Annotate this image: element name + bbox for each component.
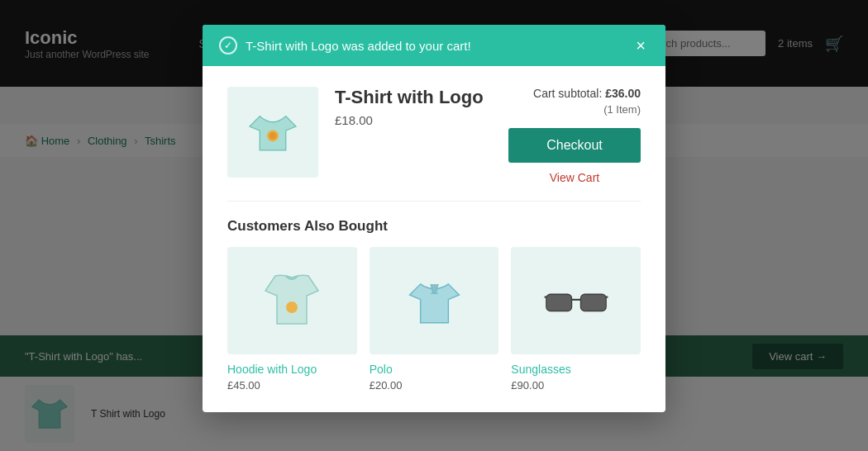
- svg-point-1: [269, 132, 277, 140]
- also-bought-img-1: [370, 247, 499, 354]
- cart-summary: Cart subtotal: £36.00 (1 Item) Checkout …: [508, 87, 641, 184]
- modal-notification-header: ✓ T-Shirt with Logo was added to your ca…: [203, 25, 665, 66]
- also-bought-name-2[interactable]: Sunglasses: [511, 363, 641, 376]
- modal-dialog: ✓ T-Shirt with Logo was added to your ca…: [203, 25, 665, 412]
- subtotal-label: Cart subtotal: £36.00: [508, 87, 641, 100]
- checkout-button[interactable]: Checkout: [508, 128, 641, 163]
- also-bought-item-0: Hoodie with Logo £45.00: [227, 247, 357, 392]
- also-bought-section: Customers Also Bought Hoodie with Logo £…: [227, 201, 641, 392]
- also-bought-item-2: Sunglasses £90.00: [511, 247, 641, 392]
- product-info: T-Shirt with Logo £18.00: [335, 87, 492, 127]
- also-bought-item-1: Polo £20.00: [370, 247, 499, 392]
- svg-rect-9: [580, 294, 605, 311]
- also-bought-img-0: [227, 247, 357, 354]
- modal-close-button[interactable]: ×: [632, 37, 649, 54]
- also-bought-price-0: £45.00: [227, 379, 357, 392]
- also-bought-name-0[interactable]: Hoodie with Logo: [227, 363, 357, 376]
- product-summary: T-Shirt with Logo £18.00 Cart subtotal: …: [227, 87, 641, 184]
- subtotal-amount: £36.00: [605, 87, 641, 100]
- modal-body: T-Shirt with Logo £18.00 Cart subtotal: …: [203, 66, 665, 412]
- also-bought-img-2: [511, 247, 641, 354]
- check-circle-icon: ✓: [219, 36, 237, 55]
- also-bought-name-1[interactable]: Polo: [370, 363, 499, 376]
- product-price-modal: £18.00: [335, 113, 492, 127]
- product-image: [227, 87, 318, 178]
- view-cart-link[interactable]: View Cart: [508, 171, 641, 184]
- product-name-modal: T-Shirt with Logo: [335, 87, 492, 108]
- also-bought-price-1: £20.00: [370, 379, 499, 392]
- item-count: (1 Item): [508, 103, 641, 116]
- svg-rect-8: [546, 294, 571, 311]
- also-bought-title: Customers Also Bought: [227, 218, 641, 235]
- modal-notification-text: T-Shirt with Logo was added to your cart…: [246, 39, 471, 53]
- svg-point-2: [286, 301, 298, 313]
- also-bought-grid: Hoodie with Logo £45.00 Polo £20.00: [227, 247, 641, 392]
- also-bought-price-2: £90.00: [511, 379, 641, 392]
